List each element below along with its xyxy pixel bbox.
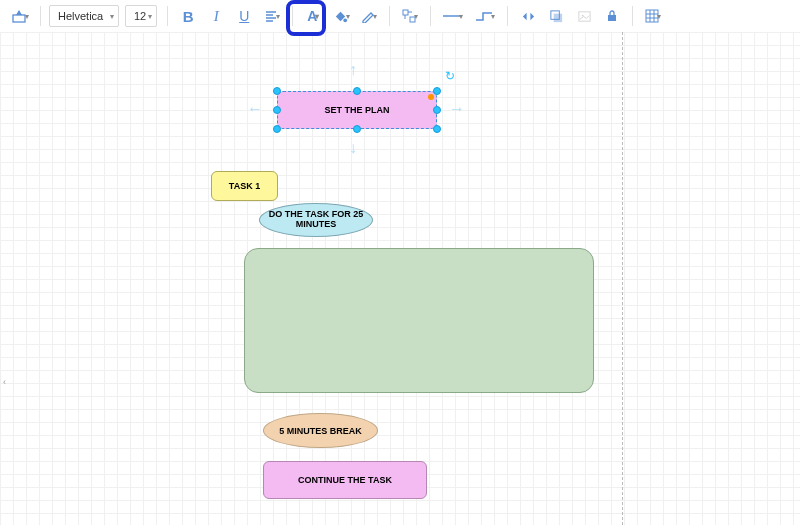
position-button[interactable]: ▾ bbox=[398, 4, 422, 28]
line-style-button[interactable]: ▾ bbox=[439, 4, 467, 28]
font-family-select[interactable]: Helvetica ▾ bbox=[49, 5, 119, 27]
chevron-down-icon: ▾ bbox=[459, 12, 463, 21]
fill-color-button[interactable]: ▾ bbox=[329, 4, 353, 28]
shape-do-task-25[interactable]: DO THE TASK FOR 25 MINUTES bbox=[259, 203, 373, 237]
chevron-down-icon: ▾ bbox=[373, 12, 377, 21]
svg-rect-6 bbox=[553, 13, 561, 21]
shape-corner-indicator bbox=[428, 94, 434, 100]
bold-button[interactable]: B bbox=[176, 4, 200, 28]
shadow-button[interactable] bbox=[544, 4, 568, 28]
selection-handle[interactable] bbox=[433, 125, 441, 133]
separator bbox=[507, 6, 508, 26]
shape-continue-task[interactable]: CONTINUE THE TASK bbox=[263, 461, 427, 499]
italic-button[interactable]: I bbox=[204, 4, 228, 28]
rotate-handle[interactable]: ↻ bbox=[445, 69, 457, 81]
font-color-button[interactable]: A▾ bbox=[301, 4, 325, 28]
connection-arrow[interactable]: ← bbox=[247, 100, 263, 118]
chevron-down-icon: ▾ bbox=[346, 12, 350, 21]
shape-large-container[interactable] bbox=[244, 248, 594, 393]
chevron-down-icon: ▾ bbox=[148, 12, 152, 21]
font-family-value: Helvetica bbox=[58, 10, 108, 22]
table-button[interactable]: ▾ bbox=[641, 4, 665, 28]
connection-arrow[interactable]: → bbox=[449, 100, 465, 118]
flip-button[interactable] bbox=[516, 4, 540, 28]
text-align-button[interactable]: ▾ bbox=[260, 4, 284, 28]
chevron-down-icon: ▾ bbox=[491, 12, 495, 21]
selection-handle[interactable] bbox=[353, 125, 361, 133]
font-size-select[interactable]: 12 ▾ bbox=[125, 5, 157, 27]
underline-button[interactable]: U bbox=[232, 4, 256, 28]
chevron-down-icon: ▾ bbox=[110, 12, 114, 21]
drawing-canvas[interactable]: ‹ SET THE PLAN ↻↑↓←→ TASK 1 DO THE TASK … bbox=[0, 32, 800, 525]
shape-label: SET THE PLAN bbox=[324, 105, 389, 115]
selection-handle[interactable] bbox=[433, 106, 441, 114]
chevron-down-icon: ▾ bbox=[25, 12, 29, 21]
separator bbox=[430, 6, 431, 26]
border-color-button[interactable]: ▾ bbox=[357, 4, 381, 28]
page-boundary bbox=[622, 32, 623, 525]
add-shape-button[interactable]: ▾ bbox=[8, 4, 32, 28]
collapse-hint[interactable]: ‹ bbox=[3, 377, 6, 387]
chevron-down-icon: ▾ bbox=[414, 12, 418, 21]
chevron-down-icon: ▾ bbox=[276, 12, 280, 21]
separator bbox=[40, 6, 41, 26]
shadow-icon bbox=[549, 9, 564, 24]
selection-handle[interactable] bbox=[273, 125, 281, 133]
lock-button[interactable] bbox=[600, 4, 624, 28]
format-toolbar: ▾ Helvetica ▾ 12 ▾ B I U ▾ A▾ ▾ ▾ ▾ ▾ ▾ bbox=[0, 0, 800, 32]
shape-label: CONTINUE THE TASK bbox=[298, 475, 392, 485]
selection-handle[interactable] bbox=[273, 87, 281, 95]
selection-handle[interactable] bbox=[273, 106, 281, 114]
shape-set-the-plan[interactable]: SET THE PLAN bbox=[277, 91, 437, 129]
connector-style-button[interactable]: ▾ bbox=[471, 4, 499, 28]
shape-task-1[interactable]: TASK 1 bbox=[211, 171, 278, 201]
separator bbox=[632, 6, 633, 26]
image-button[interactable] bbox=[572, 4, 596, 28]
image-icon bbox=[577, 9, 592, 24]
svg-rect-0 bbox=[13, 15, 25, 22]
shape-label: DO THE TASK FOR 25 MINUTES bbox=[260, 210, 372, 230]
chevron-down-icon: ▾ bbox=[657, 12, 661, 21]
separator bbox=[167, 6, 168, 26]
connection-arrow[interactable]: ↓ bbox=[349, 139, 357, 157]
font-size-value: 12 bbox=[134, 10, 146, 22]
svg-rect-2 bbox=[403, 10, 408, 15]
separator bbox=[389, 6, 390, 26]
shape-label: TASK 1 bbox=[229, 181, 260, 191]
selection-handle[interactable] bbox=[433, 87, 441, 95]
connection-arrow[interactable]: ↑ bbox=[349, 61, 357, 79]
chevron-down-icon: ▾ bbox=[315, 12, 319, 21]
shape-label: 5 MINUTES BREAK bbox=[279, 426, 362, 436]
flip-icon bbox=[521, 9, 536, 24]
shape-5-min-break[interactable]: 5 MINUTES BREAK bbox=[263, 413, 378, 448]
svg-rect-9 bbox=[608, 15, 616, 21]
separator bbox=[292, 6, 293, 26]
selection-handle[interactable] bbox=[353, 87, 361, 95]
lock-icon bbox=[605, 9, 619, 23]
